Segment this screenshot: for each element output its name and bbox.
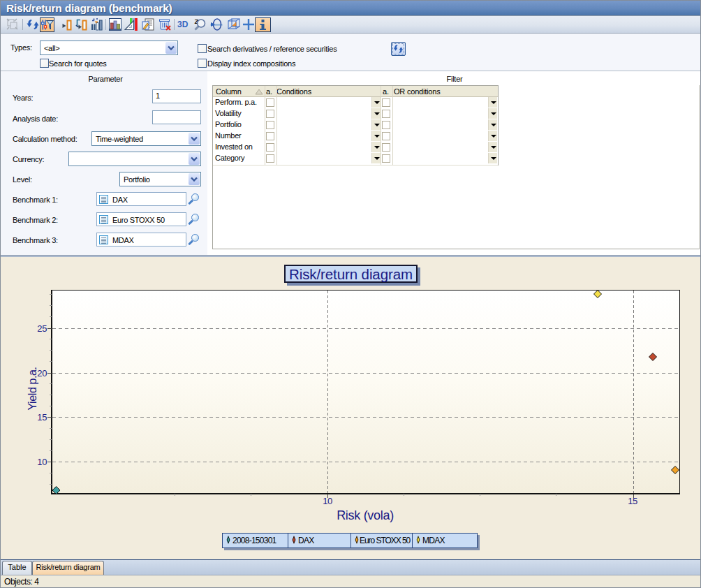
svg-text:3D: 3D bbox=[177, 20, 189, 29]
